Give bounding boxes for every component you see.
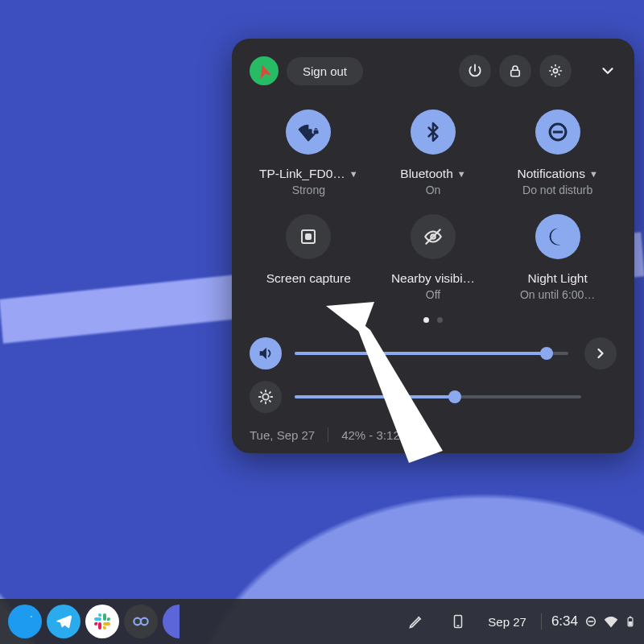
sign-out-button[interactable]: Sign out xyxy=(287,57,363,85)
notifications-label: Notifications xyxy=(518,166,585,182)
slack-icon xyxy=(93,612,112,631)
shelf-date[interactable]: Sep 27 xyxy=(481,615,533,629)
shelf: Sep 27 6:34 xyxy=(0,599,644,644)
stylus-tool[interactable] xyxy=(404,609,428,634)
avatar[interactable] xyxy=(250,56,279,85)
caret-icon: ▼ xyxy=(349,168,358,180)
nearby-toggle[interactable] xyxy=(411,214,456,259)
brightness-row xyxy=(250,381,617,413)
notifications-status: Do not disturb xyxy=(522,184,592,196)
chevron-right-icon xyxy=(592,345,609,361)
page-dot-1[interactable] xyxy=(423,317,429,323)
wifi-status: Strong xyxy=(292,184,325,196)
bluetooth-icon xyxy=(423,122,444,142)
footer-date: Tue, Sep 27 xyxy=(250,428,315,442)
nearby-status: Off xyxy=(426,288,440,301)
phone-hub[interactable] xyxy=(446,609,470,634)
tile-screen-capture[interactable]: Screen capture xyxy=(250,214,368,301)
quick-settings-panel: Sign out TP-Link_FD0…▼ Strong xyxy=(232,39,634,453)
night-light-icon xyxy=(547,225,569,248)
svg-point-1 xyxy=(553,68,557,72)
bluetooth-status: On xyxy=(426,184,441,196)
app-slack[interactable] xyxy=(85,605,119,638)
bluetooth-toggle[interactable] xyxy=(411,109,456,155)
app-telegram[interactable] xyxy=(47,605,80,638)
pen-icon xyxy=(408,613,424,630)
page-dot-2[interactable] xyxy=(437,317,443,323)
power-icon xyxy=(467,63,483,79)
gear-icon xyxy=(547,63,564,79)
wifi-lock-icon xyxy=(297,121,320,143)
footer-battery: 42% - 3:12 left xyxy=(341,428,419,442)
panel-header: Sign out xyxy=(250,55,617,87)
dnd-status-icon xyxy=(584,615,597,628)
volume-icon xyxy=(257,345,275,362)
volume-button[interactable] xyxy=(250,337,282,369)
svg-rect-0 xyxy=(511,70,520,76)
caret-icon: ▼ xyxy=(589,168,598,180)
tile-wifi[interactable]: TP-Link_FD0…▼ Strong xyxy=(250,109,368,196)
nearby-label: Nearby visibi… xyxy=(391,270,475,287)
divider xyxy=(328,427,328,442)
lock-button[interactable] xyxy=(499,55,531,87)
twitter-icon xyxy=(16,613,34,630)
app-firefox[interactable] xyxy=(163,605,196,638)
shelf-time: 6:34 xyxy=(551,613,578,630)
audio-settings-button[interactable] xyxy=(584,337,617,369)
tile-night-light[interactable]: Night Light On until 6:00… xyxy=(498,214,617,301)
chevron-down-icon xyxy=(599,62,617,80)
svg-point-12 xyxy=(141,618,148,625)
svg-rect-5 xyxy=(306,234,311,239)
screen-capture-button[interactable] xyxy=(286,214,331,259)
wifi-status-icon xyxy=(604,614,618,629)
svg-point-8 xyxy=(262,394,268,400)
app-overview[interactable] xyxy=(124,605,158,638)
battery-status-icon xyxy=(625,613,636,630)
visibility-off-icon xyxy=(423,226,444,247)
brightness-icon xyxy=(257,388,275,406)
notifications-toggle[interactable] xyxy=(535,109,580,155)
brightness-slider[interactable] xyxy=(295,395,581,398)
brightness-button[interactable] xyxy=(250,381,282,413)
bluetooth-label: Bluetooth xyxy=(400,166,453,182)
night-light-status: On until 6:00… xyxy=(520,288,595,301)
caret-icon: ▼ xyxy=(457,168,466,180)
screen-capture-icon xyxy=(299,227,318,246)
screen-capture-label: Screen capture xyxy=(266,270,351,287)
page-indicator xyxy=(250,317,617,323)
svg-point-11 xyxy=(134,618,141,625)
tile-bluetooth[interactable]: Bluetooth▼ On xyxy=(374,109,493,196)
night-light-toggle[interactable] xyxy=(535,214,580,259)
volume-row xyxy=(250,337,617,369)
settings-button[interactable] xyxy=(539,55,572,87)
phone-icon xyxy=(451,613,465,630)
wifi-label: TP-Link_FD0… xyxy=(259,166,345,182)
panel-footer: Tue, Sep 27 42% - 3:12 left xyxy=(250,424,617,442)
tile-nearby-visibility[interactable]: Nearby visibi… Off xyxy=(374,214,493,301)
telegram-icon xyxy=(55,613,72,630)
svg-rect-18 xyxy=(629,622,632,625)
lock-icon xyxy=(508,64,522,78)
overview-icon xyxy=(130,611,151,632)
volume-slider[interactable] xyxy=(295,352,568,355)
tile-notifications[interactable]: Notifications▼ Do not disturb xyxy=(498,109,617,196)
night-light-label: Night Light xyxy=(528,270,588,287)
collapse-button[interactable] xyxy=(599,62,617,80)
quick-toggle-grid: TP-Link_FD0…▼ Strong Bluetooth▼ On Notif… xyxy=(250,109,617,301)
app-twitter[interactable] xyxy=(8,605,42,638)
power-button[interactable] xyxy=(459,55,491,87)
wifi-toggle[interactable] xyxy=(286,109,331,155)
status-area[interactable]: 6:34 xyxy=(541,613,636,630)
dnd-icon xyxy=(547,121,569,143)
